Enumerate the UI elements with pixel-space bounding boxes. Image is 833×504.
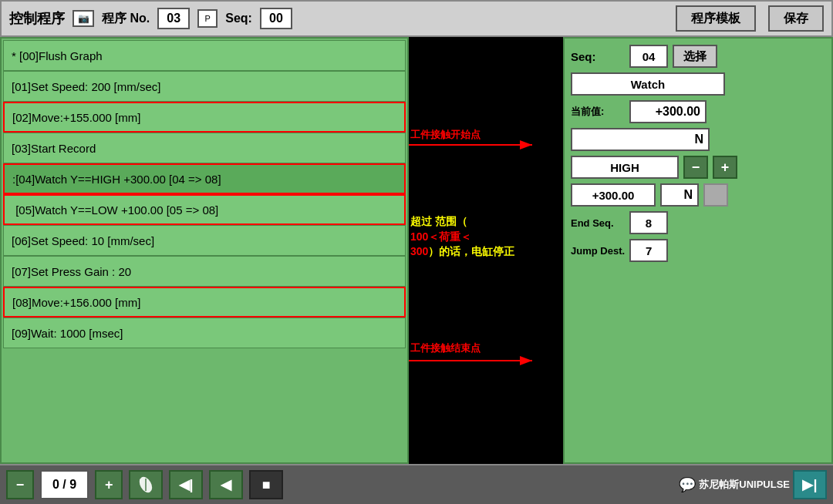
seq-label: Seq: bbox=[225, 12, 252, 25]
plus-button[interactable]: + bbox=[95, 470, 123, 499]
prog-item-4-text: :[04]Watch Y==HIGH +300.00 [04 => 08] bbox=[12, 173, 221, 186]
current-val-label: 当前值: bbox=[571, 105, 625, 119]
prog-item-3-text: [03]Start Record bbox=[12, 142, 96, 155]
prog-item-5-text: [05]Watch Y==LOW +100.00 [05 => 08] bbox=[12, 203, 218, 217]
prog-item-5[interactable]: [05]Watch Y==LOW +100.00 [05 => 08] bbox=[3, 194, 406, 225]
end-seq-row: End Seq. bbox=[571, 211, 825, 234]
high-minus-btn[interactable]: − bbox=[683, 156, 708, 179]
right-panel: Seq: 选择 当前值: +300.00 N − + bbox=[563, 37, 833, 464]
main-area: * [00]Flush Graph [01]Set Speed: 200 [mm… bbox=[0, 37, 833, 464]
prog-item-1[interactable]: [01]Set Speed: 200 [mm/sec] bbox=[3, 71, 406, 102]
prev-button[interactable]: ◀ bbox=[209, 470, 243, 499]
val-n-row: N bbox=[571, 183, 825, 207]
watch-row bbox=[571, 72, 825, 96]
teal-button[interactable]: ▶| bbox=[793, 470, 827, 499]
prog-item-9-text: [09]Wait: 1000 [msec] bbox=[12, 327, 123, 340]
prog-item-0-text: * [00]Flush Graph bbox=[12, 49, 103, 62]
annotation-range: 超过 范围（100＜荷重＜300）的话，电缸停正 bbox=[410, 214, 514, 260]
bottom-bar: − 0 / 9 + ◀| ◀ ■ 💬 苏尼帕斯UNIPULSE ▶| bbox=[0, 464, 833, 504]
high-plus-btn[interactable]: + bbox=[713, 156, 737, 179]
watch-input[interactable] bbox=[571, 72, 725, 96]
value-300-input[interactable] bbox=[571, 183, 656, 207]
rp-seq-label: Seq: bbox=[571, 50, 625, 63]
current-val-row: 当前值: +300.00 bbox=[571, 100, 825, 123]
prog-item-4[interactable]: :[04]Watch Y==HIGH +300.00 [04 => 08] bbox=[3, 163, 406, 194]
n-display2: N bbox=[660, 183, 699, 207]
page-title: 控制程序 bbox=[9, 9, 65, 28]
n-row1: N bbox=[571, 128, 825, 151]
prog-item-0[interactable]: * [00]Flush Graph bbox=[3, 40, 406, 71]
jump-dest-row: Jump Dest. bbox=[571, 239, 825, 262]
prog-item-8-text: [08]Move:+156.000 [mm] bbox=[12, 296, 140, 309]
top-bar: 控制程序 📷 程序 No. P Seq: 程序模板 保存 bbox=[0, 0, 833, 37]
leaf-icon bbox=[137, 475, 155, 494]
annotation-area: 工件接触开始点 工件接触结束点 超过 范围（100＜荷重＜300）的话，电缸停正 bbox=[409, 37, 563, 464]
prog-item-8[interactable]: [08]Move:+156.000 [mm] bbox=[3, 287, 406, 318]
rp-seq-input[interactable] bbox=[629, 45, 668, 68]
current-val-display: +300.00 bbox=[629, 100, 707, 123]
prog-item-2-text: [02]Move:+155.000 [mm] bbox=[12, 111, 140, 124]
annotation-arrow1: 工件接触开始点 bbox=[410, 128, 481, 142]
prog-item-6-text: [06]Set Speed: 10 [mm/sec] bbox=[12, 234, 154, 247]
stop-button[interactable]: ■ bbox=[249, 470, 283, 499]
first-button[interactable]: ◀| bbox=[169, 470, 203, 499]
prog-item-7-text: [07]Set Press Gain : 20 bbox=[12, 265, 131, 278]
end-seq-label: End Seq. bbox=[571, 217, 625, 229]
seq-row: Seq: 选择 bbox=[571, 45, 825, 68]
prog-no-label: 程序 No. bbox=[102, 11, 150, 27]
logo-area: 💬 苏尼帕斯UNIPULSE ▶| bbox=[679, 470, 827, 499]
high-row: − + bbox=[571, 156, 825, 179]
prog-item-9[interactable]: [09]Wait: 1000 [msec] bbox=[3, 318, 406, 348]
prog-no-input[interactable] bbox=[157, 8, 190, 29]
template-button[interactable]: 程序模板 bbox=[676, 5, 756, 32]
counter-display: 0 / 9 bbox=[40, 470, 89, 499]
end-seq-input[interactable] bbox=[629, 211, 668, 234]
wechat-icon: 💬 bbox=[679, 476, 696, 493]
jump-dest-label: Jump Dest. bbox=[571, 245, 625, 257]
gray-btn[interactable] bbox=[703, 183, 728, 207]
logo-text: 苏尼帕斯UNIPULSE bbox=[699, 478, 790, 492]
minus-button[interactable]: − bbox=[6, 470, 34, 499]
seq-icon: P bbox=[197, 9, 218, 28]
rp-select-button[interactable]: 选择 bbox=[673, 45, 717, 68]
prog-item-2[interactable]: [02]Move:+155.000 [mm] bbox=[3, 102, 406, 133]
prog-item-1-text: [01]Set Speed: 200 [mm/sec] bbox=[12, 80, 160, 93]
n-display1: N bbox=[571, 128, 710, 151]
jump-dest-input[interactable] bbox=[629, 239, 668, 262]
prog-item-7[interactable]: [07]Set Press Gain : 20 bbox=[3, 256, 406, 287]
leaf-icon-button[interactable] bbox=[129, 470, 163, 499]
save-button[interactable]: 保存 bbox=[768, 5, 824, 32]
high-input[interactable] bbox=[571, 156, 679, 179]
camera-icon: 📷 bbox=[73, 10, 94, 27]
seq-input[interactable] bbox=[260, 8, 292, 29]
program-list: * [00]Flush Graph [01]Set Speed: 200 [mm… bbox=[0, 37, 409, 464]
annotation-arrow2: 工件接触结束点 bbox=[410, 341, 481, 355]
prog-item-6[interactable]: [06]Set Speed: 10 [mm/sec] bbox=[3, 225, 406, 256]
prog-item-3[interactable]: [03]Start Record bbox=[3, 133, 406, 163]
